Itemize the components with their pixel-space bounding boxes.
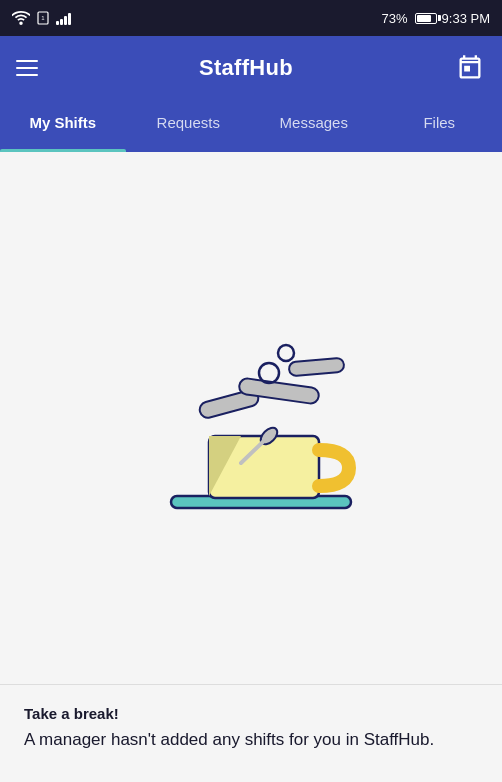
svg-text:1: 1 [41,15,45,21]
time-display: 9:33 PM [442,11,490,26]
main-content: Take a break! A manager hasn't added any… [0,152,502,782]
status-bar: 1 73% 9:33 PM [0,0,502,36]
signal-bars [56,11,71,25]
battery-percent: 73% [382,11,408,26]
nav-tabs: My Shifts Requests Messages Files [0,100,502,152]
wifi-icon [12,11,30,25]
coffee-illustration [121,288,381,548]
illustration-area [0,152,502,684]
svg-point-9 [278,345,294,361]
calendar-svg-icon [456,54,484,82]
empty-state-text: Take a break! A manager hasn't added any… [0,684,502,782]
status-right: 73% 9:33 PM [382,11,490,26]
battery-icon [415,13,437,24]
status-left: 1 [12,11,71,25]
tab-my-shifts[interactable]: My Shifts [0,100,126,152]
svg-point-8 [259,363,279,383]
calendar-button[interactable] [454,52,486,84]
empty-state-description: A manager hasn't added any shifts for yo… [24,728,478,752]
app-header: StaffHub [0,36,502,100]
svg-rect-7 [288,358,344,377]
hamburger-menu[interactable] [16,60,38,76]
tab-requests[interactable]: Requests [126,100,252,152]
empty-state-title: Take a break! [24,705,478,722]
app-title: StaffHub [199,55,293,81]
tab-files[interactable]: Files [377,100,503,152]
tab-messages[interactable]: Messages [251,100,377,152]
sim-icon: 1 [36,11,50,25]
